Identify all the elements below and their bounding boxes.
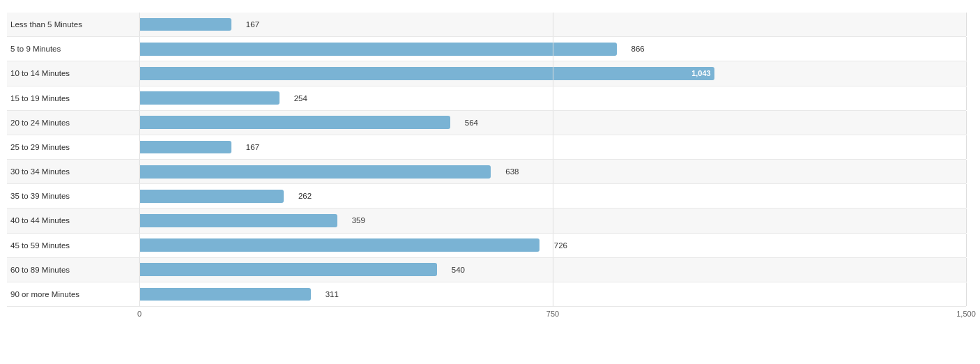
x-axis: 07501,500 [139,310,966,324]
bar-track: 262 [139,184,966,208]
bar-value: 254 [294,94,307,103]
bar-track: 866 [139,37,966,61]
bar-track: 638 [139,160,966,183]
bar-label: Less than 5 Minutes [7,20,139,29]
bar-track: 726 [139,234,966,257]
x-axis-tick: 0 [137,310,141,318]
bar-fill: 638 [139,165,491,179]
bar-track: 540 [139,258,966,282]
bar-fill: 167 [139,141,231,154]
bar-track: 564 [139,111,966,135]
bar-fill: 167 [139,18,231,31]
bar-row: 5 to 9 Minutes866 [7,37,966,61]
bar-row: 45 to 59 Minutes726 [7,234,966,258]
bar-fill: 1,043 [139,67,714,80]
bar-row: 15 to 19 Minutes254 [7,86,966,111]
bar-track: 311 [139,282,966,306]
bar-row: 60 to 89 Minutes540 [7,258,966,282]
bar-value: 311 [326,290,339,298]
x-axis-tick: 750 [546,310,559,318]
bar-label: 5 to 9 Minutes [7,45,139,53]
bar-label: 90 or more Minutes [7,290,139,298]
bar-row: Less than 5 Minutes167 [7,13,966,37]
bar-label: 40 to 44 Minutes [7,216,139,225]
bar-label: 30 to 34 Minutes [7,167,139,176]
bar-fill: 311 [139,288,311,301]
bar-track: 1,043 [139,61,966,85]
bar-fill: 866 [139,43,617,56]
bar-row: 10 to 14 Minutes1,043 [7,61,966,86]
bar-row: 30 to 34 Minutes638 [7,160,966,184]
bar-row: 90 or more Minutes311 [7,282,966,307]
chart-area: Less than 5 Minutes1675 to 9 Minutes8661… [7,13,966,307]
bar-value: 167 [246,20,259,29]
bar-label: 15 to 19 Minutes [7,94,139,103]
bar-fill: 254 [139,91,280,105]
bar-value: 866 [631,45,645,53]
bar-track: 167 [139,13,966,36]
bar-row: 20 to 24 Minutes564 [7,111,966,135]
bar-track: 359 [139,208,966,232]
bar-fill: 540 [139,263,437,276]
bar-value: 359 [352,216,365,225]
bar-track: 167 [139,135,966,159]
bar-row: 35 to 39 Minutes262 [7,184,966,208]
bar-label: 60 to 89 Minutes [7,266,139,274]
bar-row: 25 to 29 Minutes167 [7,135,966,160]
bar-value: 564 [465,119,478,127]
bar-track: 254 [139,86,966,110]
bar-value: 540 [452,266,465,274]
bar-fill: 564 [139,116,450,129]
chart-container: Less than 5 Minutes1675 to 9 Minutes8661… [0,0,980,364]
bar-value: 167 [246,143,259,151]
x-axis-tick: 1,500 [956,310,976,318]
bar-value: 262 [298,192,312,200]
bar-value: 638 [505,167,519,176]
bar-value: 726 [554,241,567,250]
bar-label: 45 to 59 Minutes [7,241,139,250]
bar-value: 1,043 [691,69,711,77]
bar-fill: 726 [139,238,539,252]
bar-label: 20 to 24 Minutes [7,119,139,127]
bar-label: 10 to 14 Minutes [7,69,139,77]
bar-fill: 359 [139,214,337,227]
bar-label: 35 to 39 Minutes [7,192,139,200]
bar-row: 40 to 44 Minutes359 [7,208,966,233]
bar-fill: 262 [139,190,284,203]
bar-label: 25 to 29 Minutes [7,143,139,151]
